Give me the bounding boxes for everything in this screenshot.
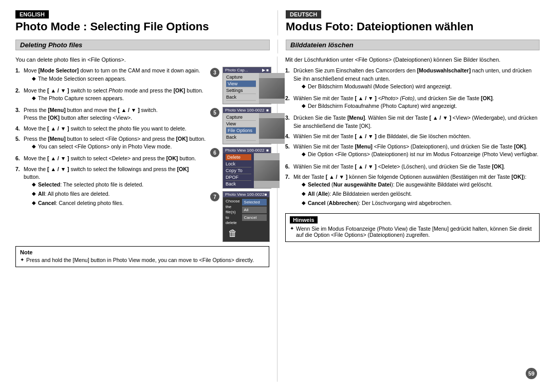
- note-label: Note: [20, 249, 265, 255]
- deutsch-intro: Mit der Löschfunktion unter <File Option…: [285, 57, 540, 63]
- english-title: Photo Mode : Selecting File Options: [15, 20, 270, 33]
- step-de-7: 7. Mit der Taste [ ▲ / ▼ ] können Sie fo…: [285, 173, 540, 209]
- step-de-4: 4. Wählen Sie mit der Taste [ ▲ / ▼ ] di…: [285, 133, 540, 140]
- screenshot-3: 3 Photo Cap...▶ ■ Capture View Settings: [210, 67, 269, 104]
- note-box: Note ✦ Press and hold the [Menu] button …: [15, 246, 269, 267]
- step-de-2: 2. Wählen Sie mit der Taste [ ▲ / ▼ ] <P…: [285, 95, 540, 111]
- step-en-6: 6. Move the [ ▲ / ▼ ] switch to select <…: [15, 155, 206, 162]
- step-de-1: 1. Drücken Sie zum Einschalten des Camco…: [285, 67, 540, 92]
- deutsch-title: Modus Foto: Dateioptionen wählen: [286, 20, 540, 33]
- deutsch-badge: DEUTSCH: [286, 10, 321, 18]
- step-en-5: 5. Press the [Menu] button to select <Fi…: [15, 135, 206, 152]
- step-en-1: 1. Move [Mode Selector] down to turn on …: [15, 67, 206, 84]
- screenshot-6: 6 Photo View 100-0022■ Delete Lock Copy …: [210, 147, 269, 189]
- english-section-header: Deleting Photo files: [15, 40, 270, 50]
- page-number: 59: [526, 368, 537, 379]
- step-en-4: 4. Move the [ ▲ / ▼ ] switch to select t…: [15, 125, 206, 133]
- note-item-1: ✦ Press and hold the [Menu] button in Ph…: [20, 257, 265, 263]
- deutsch-section-header: Bilddateien löschen: [286, 40, 540, 50]
- step-en-2: 2. Move the [ ▲ / ▼ ] switch to select P…: [15, 87, 206, 104]
- english-intro: You can delete photo files in <File Opti…: [15, 57, 269, 63]
- screenshot-5: 5 Photo View 100-0022■ Capture View File…: [210, 107, 269, 144]
- step-de-3: 3. Drücken Sie die Taste [Menu]. Wählen …: [285, 114, 540, 129]
- step-en-3: 3. Press the [Menu] button and move the …: [15, 106, 206, 122]
- step-en-7: 7. Move the [ ▲ / ▼ ] switch to select t…: [15, 165, 206, 209]
- screenshot-7: 7 Photo View 100-0022■ Choose the file(s…: [210, 191, 269, 241]
- hinweis-label: Hinweis: [290, 216, 318, 223]
- english-badge: ENGLISH: [15, 10, 49, 18]
- hinweis-box: Hinweis ✦ Wenn Sie im Modus Fotoanzeige …: [285, 213, 540, 242]
- hinweis-item-1: ✦ Wenn Sie im Modus Fotoanzeige (Photo V…: [290, 226, 535, 238]
- step-de-5: 5. Wählen Sie mit der Taste [Menu] <File…: [285, 143, 540, 160]
- step-de-6: 6. Wählen Sie mit der Taste [ ▲ / ▼ ] <D…: [285, 163, 540, 171]
